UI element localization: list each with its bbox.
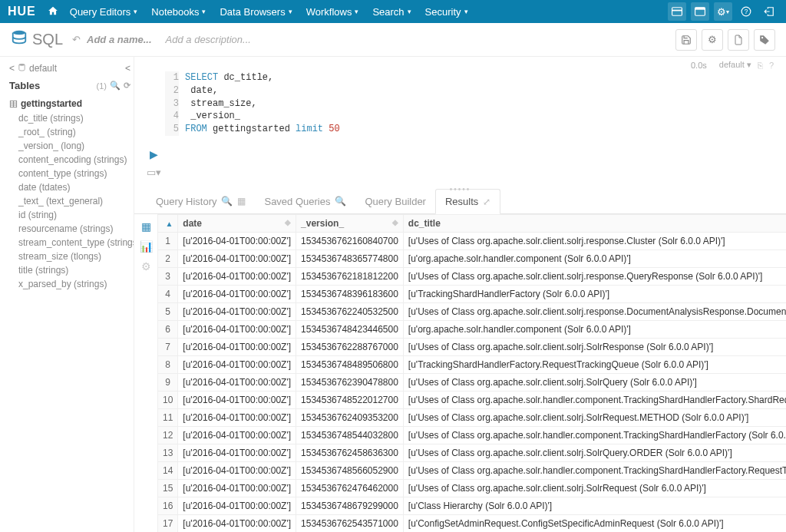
results-tabs: ••••• Query History🔍▦ Saved Queries🔍 Que…	[134, 189, 786, 214]
table-row[interactable]: 7[u'2016-04-01T00:00:00Z']15345367622887…	[158, 339, 787, 356]
column-item[interactable]: date (tdates)	[18, 180, 134, 194]
database-icon	[18, 63, 26, 74]
menu-query-editors[interactable]: Query Editors▾	[70, 6, 137, 18]
tables-label: Tables	[9, 80, 40, 91]
menu-data-browsers[interactable]: Data Browsers▾	[220, 6, 292, 18]
svg-rect-3	[695, 8, 705, 10]
help-icon[interactable]: ?	[737, 2, 755, 21]
column-item[interactable]: dc_title (strings)	[18, 111, 134, 125]
assist-panel: < default < Tables (1) 🔍 ⟳ gettingstarte…	[0, 57, 134, 532]
table-row[interactable]: 9[u'2016-04-01T00:00:00Z']15345367623904…	[158, 374, 787, 392]
expand-icon[interactable]: ⤢	[483, 197, 490, 207]
results-table: ▲date◆_version_◆dc_title◆ 1[u'2016-04-01…	[157, 214, 786, 532]
run-button[interactable]: ▶	[150, 148, 158, 160]
svg-point-6	[13, 30, 26, 35]
table-row[interactable]: 13[u'2016-04-01T00:00:00Z']1534536762458…	[158, 444, 787, 462]
database-name[interactable]: default	[29, 63, 57, 74]
svg-text:?: ?	[745, 8, 748, 15]
column-item[interactable]: content_encoding (strings)	[18, 153, 134, 167]
menu-search[interactable]: Search▾	[372, 6, 411, 18]
table-row[interactable]: 10[u'2016-04-01T00:00:00Z']1534536748522…	[158, 392, 787, 409]
column-item[interactable]: resourcename (strings)	[18, 222, 134, 236]
menu-security[interactable]: Security▾	[425, 6, 468, 18]
tab-query-history[interactable]: Query History🔍▦	[147, 189, 255, 213]
table-row[interactable]: 4[u'2016-04-01T00:00:00Z']15345367483961…	[158, 286, 787, 303]
hue-logo: HUE	[8, 5, 36, 18]
tab-query-builder[interactable]: Query Builder	[355, 189, 434, 213]
column-item[interactable]: title (strings)	[18, 263, 134, 277]
column-item[interactable]: stream_size (tlongs)	[18, 249, 134, 263]
editor-type-label: SQL	[32, 31, 63, 48]
export-icon[interactable]: ⎘	[758, 61, 763, 70]
menu-workflows[interactable]: Workflows▾	[306, 6, 359, 18]
results-toolbar: ▦ 📊 ⚙	[134, 214, 157, 532]
search-icon[interactable]: 🔍	[335, 196, 346, 207]
search-icon[interactable]: 🔍	[221, 196, 233, 207]
table-row[interactable]: 12[u'2016-04-01T00:00:00Z']1534536748544…	[158, 427, 787, 444]
resize-handle[interactable]: •••••	[450, 185, 471, 193]
table-row[interactable]: 1[u'2016-04-01T00:00:00Z']15345367621608…	[158, 233, 787, 250]
table-row[interactable]: 15[u'2016-04-01T00:00:00Z']1534536762476…	[158, 480, 787, 497]
column-item[interactable]: _version_ (long)	[18, 139, 134, 153]
undo-icon[interactable]: ↶	[72, 34, 81, 45]
home-icon[interactable]	[48, 5, 58, 18]
sql-icon	[11, 29, 28, 51]
column-item[interactable]: _root_ (string)	[18, 125, 134, 139]
table-row[interactable]: 14[u'2016-04-01T00:00:00Z']1534536748566…	[158, 462, 787, 480]
column-item[interactable]: _text_ (text_general)	[18, 194, 134, 208]
add-name-input[interactable]: Add a name...	[87, 34, 152, 45]
save-button[interactable]	[675, 29, 697, 51]
table-row[interactable]: 16[u'2016-04-01T00:00:00Z']1534536748679…	[158, 497, 787, 515]
query-db[interactable]: default ▾	[713, 60, 751, 70]
tags-button[interactable]	[754, 29, 775, 51]
refresh-icon[interactable]: ⟳	[124, 81, 130, 91]
help-tip-icon[interactable]: ?	[769, 61, 774, 70]
sql-editor[interactable]: 1SELECT dc_title,2 date,3 stream_size,4 …	[165, 71, 340, 178]
svg-point-8	[19, 64, 25, 66]
column-header[interactable]: ▲	[158, 215, 178, 233]
column-item[interactable]: x_parsed_by (strings)	[18, 277, 134, 291]
card-icon[interactable]	[668, 2, 686, 21]
table-row[interactable]: 5[u'2016-04-01T00:00:00Z']15345367622405…	[158, 303, 787, 321]
table-row[interactable]: 17[u'2016-04-01T00:00:00Z']1534536762543…	[158, 515, 787, 533]
top-nav: HUE Query Editors▾ Notebooks▾ Data Brows…	[0, 0, 786, 23]
menu-notebooks[interactable]: Notebooks▾	[151, 6, 206, 18]
svg-rect-0	[672, 8, 682, 16]
signout-icon[interactable]	[760, 2, 778, 21]
query-time: 0.0s	[691, 61, 707, 70]
search-icon[interactable]: 🔍	[110, 81, 121, 91]
download-icon[interactable]: ⚙	[141, 260, 151, 273]
tables-count: (1)	[97, 81, 107, 91]
column-item[interactable]: id (string)	[18, 208, 134, 222]
query-meta: 0.0s default ▾ ⎘ ?	[134, 57, 786, 70]
chart-view-icon[interactable]: 📊	[140, 240, 153, 253]
table-row[interactable]: 3[u'2016-04-01T00:00:00Z']15345367621818…	[158, 268, 787, 286]
new-doc-button[interactable]	[728, 29, 749, 51]
presentation-button[interactable]: ▭▾	[147, 167, 161, 178]
gears-icon[interactable]: ⚙▾	[714, 2, 732, 21]
back-icon[interactable]: <	[9, 63, 15, 74]
editor-header: SQL ↶ Add a name... Add a description...…	[0, 23, 786, 57]
table-row[interactable]: 2[u'2016-04-01T00:00:00Z']15345367483657…	[158, 250, 787, 268]
collapse-icon[interactable]: <	[125, 63, 130, 74]
table-row[interactable]: 11[u'2016-04-01T00:00:00Z']1534536762409…	[158, 409, 787, 427]
column-item[interactable]: content_type (strings)	[18, 167, 134, 180]
grid-view-icon[interactable]: ▦	[141, 220, 151, 233]
column-item[interactable]: stream_content_type (strings)	[18, 236, 134, 249]
column-header[interactable]: dc_title◆	[403, 215, 786, 233]
tab-saved-queries[interactable]: Saved Queries🔍	[255, 189, 355, 213]
add-description-input[interactable]: Add a description...	[166, 34, 251, 45]
window-icon[interactable]	[691, 2, 709, 21]
column-header[interactable]: _version_◆	[296, 215, 404, 233]
table-row[interactable]: 8[u'2016-04-01T00:00:00Z']15345367484895…	[158, 356, 787, 374]
table-gettingstarted[interactable]: gettingstarted	[6, 96, 134, 111]
table-row[interactable]: 6[u'2016-04-01T00:00:00Z']15345367484234…	[158, 321, 787, 339]
column-header[interactable]: date◆	[178, 215, 296, 233]
svg-rect-1	[672, 10, 682, 12]
settings-button[interactable]: ⚙	[702, 29, 723, 51]
svg-point-7	[761, 36, 763, 38]
calendar-icon[interactable]: ▦	[237, 196, 246, 207]
